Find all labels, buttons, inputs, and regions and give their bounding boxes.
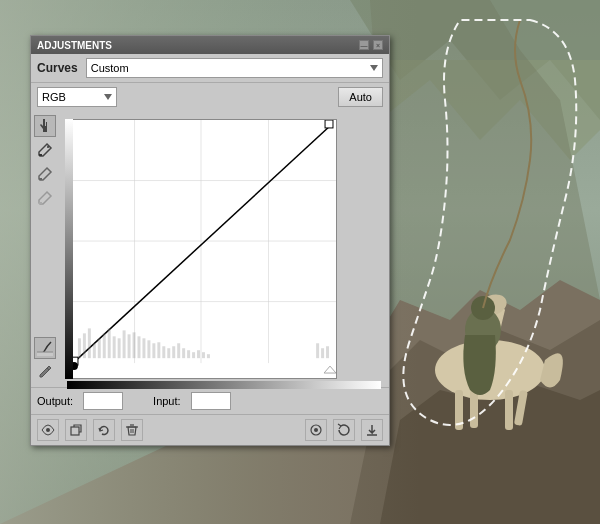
reset-button[interactable] — [93, 419, 115, 441]
svg-rect-52 — [321, 348, 324, 358]
svg-rect-30 — [108, 328, 111, 358]
curve-mode-button[interactable] — [34, 337, 56, 359]
svg-rect-50 — [207, 354, 210, 358]
output-label: Output: — [37, 395, 73, 407]
svg-rect-14 — [37, 352, 53, 356]
reset-icon — [97, 423, 111, 437]
svg-rect-32 — [118, 338, 121, 358]
eyedropper-black-icon — [37, 142, 53, 158]
gradient-bar-y — [65, 119, 73, 379]
io-row: Output: Input: — [31, 387, 389, 414]
svg-rect-46 — [187, 350, 190, 358]
svg-point-61 — [314, 428, 318, 432]
input-label: Input: — [153, 395, 181, 407]
clip-icon — [365, 423, 379, 437]
svg-point-11 — [47, 146, 49, 148]
right-toolbar-buttons — [305, 419, 383, 441]
input-value-input[interactable] — [191, 392, 231, 410]
refresh-icon — [337, 423, 351, 437]
preset-dropdown[interactable]: Custom Default Strong Contrast Linear Co… — [86, 58, 383, 78]
eyedropper-white-icon — [37, 190, 53, 206]
gradient-bar-x — [67, 381, 381, 389]
svg-rect-26 — [88, 328, 91, 358]
svg-rect-44 — [177, 343, 180, 358]
pencil-tool-button[interactable] — [34, 361, 56, 383]
pencil-icon — [37, 364, 53, 380]
mask-button[interactable] — [305, 419, 327, 441]
svg-rect-33 — [123, 330, 126, 358]
svg-rect-12 — [39, 178, 42, 180]
trash-icon — [125, 423, 139, 437]
svg-rect-29 — [103, 333, 106, 358]
delete-button[interactable] — [121, 419, 143, 441]
hand-tool-button[interactable] — [34, 115, 56, 137]
curves-area — [59, 111, 389, 387]
visibility-button[interactable] — [37, 419, 59, 441]
panel-titlebar: ADJUSTMENTS — × — [31, 36, 389, 54]
svg-rect-6 — [505, 390, 513, 430]
svg-rect-45 — [182, 348, 185, 358]
svg-rect-5 — [470, 390, 478, 428]
panel-body — [31, 111, 389, 387]
svg-rect-42 — [167, 348, 170, 358]
svg-rect-43 — [172, 346, 175, 358]
hand-icon — [37, 118, 53, 134]
svg-rect-24 — [78, 338, 81, 358]
eyedropper-black-button[interactable] — [34, 139, 56, 161]
mask-icon — [309, 423, 323, 437]
previous-state-button[interactable] — [65, 419, 87, 441]
svg-point-56 — [46, 428, 50, 432]
channel-dropdown[interactable]: RGB Red Green Blue — [37, 87, 117, 107]
svg-rect-41 — [162, 346, 165, 358]
svg-rect-13 — [39, 202, 42, 204]
svg-rect-51 — [316, 343, 319, 358]
panel-title: ADJUSTMENTS — [37, 40, 112, 51]
svg-rect-27 — [93, 343, 96, 358]
svg-rect-39 — [152, 343, 155, 358]
svg-rect-35 — [133, 332, 136, 358]
curves-label: Curves — [37, 61, 78, 75]
svg-rect-37 — [142, 338, 145, 358]
clip-button[interactable] — [361, 419, 383, 441]
panel-header: Curves Custom Default Strong Contrast Li… — [31, 54, 389, 83]
left-toolbar — [31, 111, 59, 387]
channel-controls: RGB Red Green Blue Auto — [31, 83, 389, 111]
svg-rect-28 — [98, 338, 101, 358]
copy-icon — [69, 423, 83, 437]
svg-rect-47 — [192, 352, 195, 358]
svg-rect-10 — [39, 154, 42, 156]
curves-svg — [68, 120, 336, 378]
curves-outer — [67, 119, 381, 379]
svg-rect-40 — [157, 342, 160, 358]
svg-rect-22 — [325, 120, 333, 128]
svg-rect-36 — [138, 336, 141, 358]
curves-canvas[interactable] — [67, 119, 337, 379]
titlebar-buttons: — × — [359, 40, 383, 50]
eyedropper-gray-button[interactable] — [34, 163, 56, 185]
svg-rect-31 — [113, 336, 116, 358]
svg-rect-25 — [83, 333, 86, 358]
curve-mode-icon — [37, 340, 53, 356]
auto-button[interactable]: Auto — [338, 87, 383, 107]
svg-rect-34 — [128, 334, 131, 358]
close-button[interactable]: × — [373, 40, 383, 50]
refresh-button[interactable] — [333, 419, 355, 441]
output-value-input[interactable] — [83, 392, 123, 410]
svg-rect-49 — [202, 352, 205, 358]
svg-rect-48 — [197, 350, 200, 358]
bottom-toolbar — [31, 414, 389, 445]
eyedropper-gray-icon — [37, 166, 53, 182]
eyedropper-white-button[interactable] — [34, 187, 56, 209]
eye-icon — [41, 423, 55, 437]
svg-rect-53 — [326, 346, 329, 358]
collapse-button[interactable]: — — [359, 40, 369, 50]
svg-marker-55 — [324, 366, 336, 373]
svg-rect-57 — [71, 427, 79, 435]
adjustments-panel: ADJUSTMENTS — × Curves Custom Default St… — [30, 35, 390, 446]
svg-rect-38 — [147, 340, 150, 358]
